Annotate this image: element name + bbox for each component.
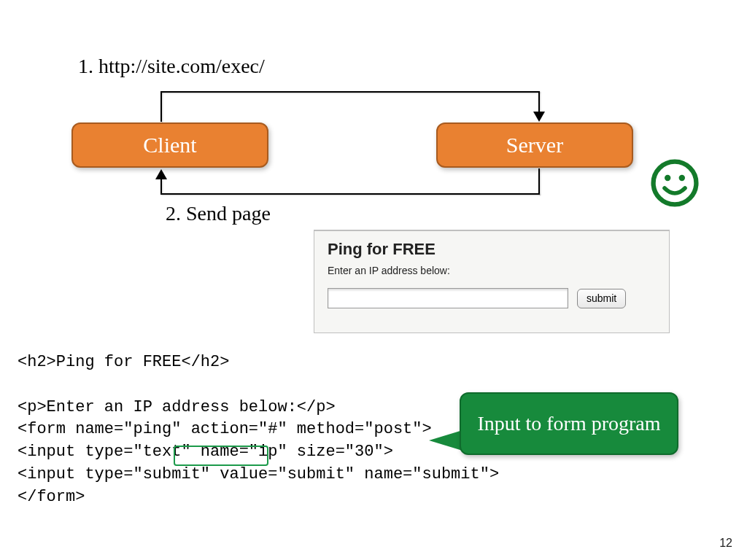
code-line: <p>Enter an IP address below:</p> — [18, 398, 336, 416]
server-box: Server — [436, 122, 633, 168]
arrow-top — [160, 91, 540, 93]
server-label: Server — [506, 133, 563, 158]
arrowhead-up-icon — [155, 169, 167, 179]
highlight-box — [174, 446, 268, 466]
svg-point-2 — [679, 175, 685, 181]
client-box: Client — [71, 122, 268, 168]
client-label: Client — [143, 133, 196, 158]
arrow-bottom — [160, 193, 540, 195]
svg-point-1 — [665, 175, 670, 181]
ip-input[interactable] — [328, 288, 568, 308]
code-block: <h2>Ping for FREE</h2> <p>Enter an IP ad… — [18, 351, 499, 509]
step2-label: 2. Send page — [166, 202, 271, 225]
form-title: Ping for FREE — [328, 240, 656, 259]
arrow-top — [538, 91, 540, 113]
arrow-bottom — [160, 179, 162, 193]
form-screenshot: Ping for FREE Enter an IP address below:… — [314, 230, 670, 333]
smiley-icon — [649, 158, 700, 209]
page-number: 12 — [719, 537, 732, 550]
submit-button[interactable]: submit — [577, 289, 626, 308]
arrow-top — [160, 91, 162, 122]
callout-text: Input to form program — [477, 411, 660, 436]
form-prompt: Enter an IP address below: — [328, 265, 656, 276]
code-line: <h2>Ping for FREE</h2> — [18, 353, 229, 371]
callout-tail-icon — [429, 430, 462, 451]
arrow-bottom — [538, 168, 540, 195]
code-line: </form> — [18, 488, 85, 506]
code-line: <form name="ping" action="#" method="pos… — [18, 420, 432, 438]
arrowhead-down-icon — [533, 112, 545, 122]
callout-box: Input to form program — [460, 392, 678, 455]
svg-point-0 — [654, 162, 697, 205]
step1-label: 1. http://site.com/exec/ — [78, 55, 265, 78]
code-line: <input type="submit" value="submit" name… — [18, 465, 499, 483]
